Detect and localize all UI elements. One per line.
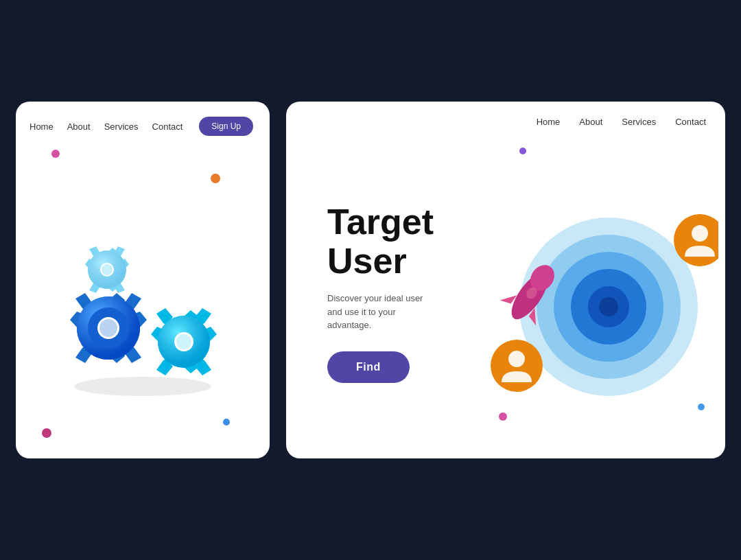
- dot-pink-bottom: [499, 412, 507, 421]
- hero-description: Discover your ideal user and use it to y…: [327, 292, 437, 332]
- right-card-body: Target User Discover your ideal user and…: [286, 127, 725, 458]
- right-card: Home About Services Contact Target User …: [286, 102, 725, 458]
- left-card-content: [16, 136, 270, 458]
- svg-point-9: [99, 319, 117, 337]
- dot-purple-top: [519, 148, 526, 154]
- dot-blue-right: [698, 404, 705, 410]
- dot-pink-tl: [51, 150, 60, 158]
- hero-title: Target User: [327, 202, 437, 281]
- left-nav-home[interactable]: Home: [30, 121, 54, 132]
- right-nav-contact[interactable]: Contact: [675, 117, 706, 127]
- dot-pink-bl: [42, 428, 51, 438]
- left-nav-contact[interactable]: Contact: [152, 121, 183, 132]
- dot-orange-tr: [211, 174, 220, 183]
- target-illustration: [464, 127, 725, 458]
- target-svg: [471, 170, 718, 417]
- svg-point-19: [599, 297, 618, 316]
- find-button[interactable]: Find: [327, 351, 410, 383]
- left-nav-about[interactable]: About: [67, 121, 91, 132]
- svg-point-0: [74, 377, 211, 396]
- svg-point-13: [176, 334, 191, 349]
- right-nav-services[interactable]: Services: [622, 117, 656, 127]
- gears-svg: [47, 187, 239, 400]
- left-navbar: Home About Services Contact Sign Up: [16, 102, 270, 136]
- right-navbar: Home About Services Contact: [286, 102, 725, 127]
- right-nav-about[interactable]: About: [579, 117, 602, 127]
- dot-blue-br: [223, 419, 230, 425]
- left-card: Home About Services Contact Sign Up: [16, 102, 270, 458]
- signup-button[interactable]: Sign Up: [199, 117, 253, 136]
- svg-point-24: [692, 225, 708, 242]
- right-nav-home[interactable]: Home: [537, 117, 561, 127]
- gears-illustration: [47, 187, 239, 407]
- left-nav-services[interactable]: Services: [104, 121, 139, 132]
- svg-point-26: [508, 351, 525, 367]
- svg-point-4: [102, 264, 113, 275]
- hero-text: Target User Discover your ideal user and…: [286, 202, 437, 383]
